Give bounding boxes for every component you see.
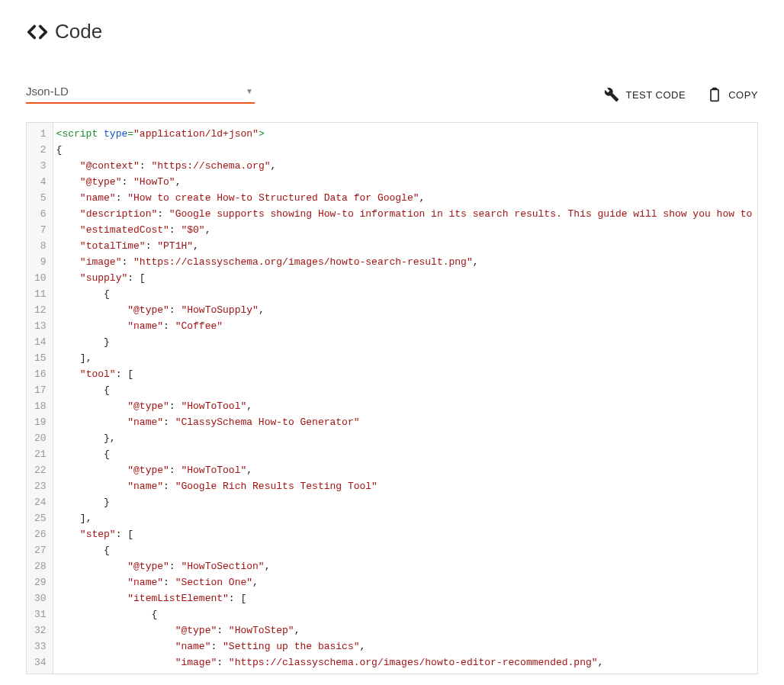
line-number: 13 bbox=[34, 318, 47, 334]
code-icon bbox=[26, 21, 49, 43]
code-line[interactable]: "name": "ClassySchema How-to Generator" bbox=[56, 414, 757, 430]
code-line[interactable]: } bbox=[56, 494, 757, 510]
line-number: 22 bbox=[34, 462, 47, 478]
code-line[interactable]: "image": "https://classyschema.org/image… bbox=[56, 654, 757, 671]
format-select-value: Json-LD bbox=[26, 85, 69, 98]
line-number: 2 bbox=[34, 142, 47, 158]
toolbar: Json-LD ▼ TEST CODE COPY bbox=[26, 80, 758, 104]
line-number: 15 bbox=[34, 350, 47, 366]
copy-button[interactable]: COPY bbox=[707, 87, 758, 102]
line-number: 1 bbox=[34, 126, 47, 142]
code-line[interactable]: "supply": [ bbox=[56, 270, 757, 286]
code-line[interactable]: { bbox=[56, 542, 757, 558]
code-line[interactable]: { bbox=[56, 446, 757, 462]
line-number: 29 bbox=[34, 574, 47, 590]
code-line[interactable]: "step": [ bbox=[56, 526, 757, 542]
line-number: 21 bbox=[34, 446, 47, 462]
code-line[interactable]: { bbox=[56, 382, 757, 398]
line-number: 33 bbox=[34, 638, 47, 654]
line-number: 12 bbox=[34, 302, 47, 318]
line-number: 18 bbox=[34, 398, 47, 414]
test-code-label: TEST CODE bbox=[625, 89, 686, 101]
line-number: 14 bbox=[34, 334, 47, 350]
code-line[interactable]: "image": "https://classyschema.org/image… bbox=[56, 254, 757, 270]
line-number: 11 bbox=[34, 286, 47, 302]
code-line[interactable]: "name": "Google Rich Results Testing Too… bbox=[56, 478, 757, 494]
line-number: 30 bbox=[34, 590, 47, 606]
code-editor[interactable]: 1234567891011121314151617181920212223242… bbox=[26, 122, 758, 674]
line-number: 10 bbox=[34, 270, 47, 286]
line-number: 4 bbox=[34, 174, 47, 190]
line-number: 20 bbox=[34, 430, 47, 446]
line-number: 17 bbox=[34, 382, 47, 398]
code-line[interactable]: "name": "Section One", bbox=[56, 574, 757, 590]
line-number: 7 bbox=[34, 222, 47, 238]
code-line[interactable]: "itemListElement": [ bbox=[56, 590, 757, 606]
line-number: 25 bbox=[34, 510, 47, 526]
code-line[interactable]: } bbox=[56, 334, 757, 350]
test-code-button[interactable]: TEST CODE bbox=[604, 87, 686, 102]
code-line[interactable]: "@type": "HowToTool", bbox=[56, 398, 757, 414]
code-line[interactable]: { bbox=[56, 606, 757, 622]
code-line[interactable]: "@type": "HowToSupply", bbox=[56, 302, 757, 318]
code-line[interactable]: "description": "Google supports showing … bbox=[56, 206, 757, 222]
code-line[interactable]: "@type": "HowToStep", bbox=[56, 622, 757, 638]
line-number: 9 bbox=[34, 254, 47, 270]
line-number: 5 bbox=[34, 190, 47, 206]
line-number: 24 bbox=[34, 494, 47, 510]
line-number: 3 bbox=[34, 158, 47, 174]
code-line[interactable]: "@context": "https://schema.org", bbox=[56, 158, 757, 174]
code-line[interactable]: "name": "How to create How-to Structured… bbox=[56, 190, 757, 206]
line-number: 8 bbox=[34, 238, 47, 254]
chevron-down-icon: ▼ bbox=[246, 87, 253, 95]
line-number: 26 bbox=[34, 526, 47, 542]
line-number: 27 bbox=[34, 542, 47, 558]
code-line[interactable]: "@type": "HowToSection", bbox=[56, 558, 757, 574]
clipboard-icon bbox=[707, 87, 722, 102]
line-number: 23 bbox=[34, 478, 47, 494]
code-line[interactable]: "@type": "HowTo", bbox=[56, 174, 757, 190]
line-number-gutter: 1234567891011121314151617181920212223242… bbox=[27, 123, 53, 674]
wrench-icon bbox=[604, 87, 619, 102]
code-line[interactable]: <script type="application/ld+json"> bbox=[56, 126, 757, 142]
line-number: 28 bbox=[34, 558, 47, 574]
code-line[interactable]: { bbox=[56, 286, 757, 302]
code-line[interactable]: "name": "Setting up the basics", bbox=[56, 638, 757, 654]
toolbar-actions: TEST CODE COPY bbox=[604, 87, 758, 104]
code-line[interactable]: "tool": [ bbox=[56, 366, 757, 382]
page-title-row: Code bbox=[26, 20, 758, 43]
line-number: 6 bbox=[34, 206, 47, 222]
page-title: Code bbox=[55, 20, 102, 43]
code-line[interactable]: { bbox=[56, 142, 757, 158]
code-line[interactable]: }, bbox=[56, 430, 757, 446]
line-number: 34 bbox=[34, 654, 47, 671]
format-select[interactable]: Json-LD ▼ bbox=[26, 80, 255, 104]
line-number: 32 bbox=[34, 622, 47, 638]
code-line[interactable]: ], bbox=[56, 350, 757, 366]
copy-label: COPY bbox=[728, 89, 758, 101]
svg-rect-0 bbox=[711, 89, 718, 101]
code-area[interactable]: <script type="application/ld+json">{ "@c… bbox=[53, 123, 757, 674]
line-number: 19 bbox=[34, 414, 47, 430]
line-number: 16 bbox=[34, 366, 47, 382]
code-line[interactable]: "totalTime": "PT1H", bbox=[56, 238, 757, 254]
code-line[interactable]: "name": "Coffee" bbox=[56, 318, 757, 334]
code-line[interactable]: ], bbox=[56, 510, 757, 526]
code-line[interactable]: "@type": "HowToTool", bbox=[56, 462, 757, 478]
line-number: 31 bbox=[34, 606, 47, 622]
code-line[interactable]: "estimatedCost": "$0", bbox=[56, 222, 757, 238]
